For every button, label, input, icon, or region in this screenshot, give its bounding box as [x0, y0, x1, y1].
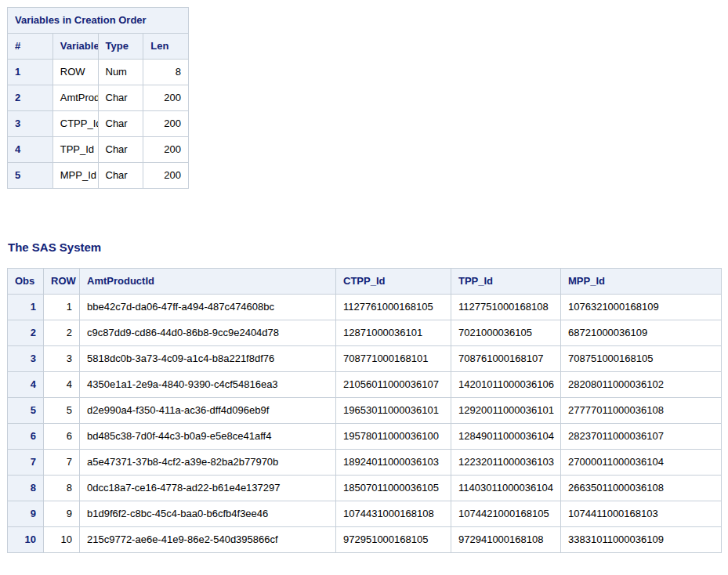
column-header-tpp-id: TPP_Id	[451, 269, 561, 295]
row-cell: 4	[44, 372, 80, 398]
table-row: 1 ROW Num 8	[8, 60, 189, 85]
tpp-id-cell: 7021000036105	[451, 320, 561, 346]
ctpp-id-cell: 972951000168105	[336, 527, 451, 553]
mpp-id-cell: 1074411000168103	[561, 501, 722, 527]
amt-product-id-cell: 0dcc18a7-ce16-4778-ad22-b61e4e137297	[80, 476, 336, 501]
row-cell: 3	[44, 346, 80, 372]
num-cell: 5	[8, 163, 53, 189]
ctpp-id-cell: 1074431000168108	[336, 501, 451, 527]
mpp-id-cell: 708751000168105	[561, 346, 722, 372]
data-table-header-row: Obs ROW AmtProductId CTPP_Id TPP_Id MPP_…	[8, 269, 722, 295]
obs-cell: 2	[8, 320, 44, 346]
tpp-id-cell: 972941000168108	[451, 527, 561, 553]
column-header-len: Len	[143, 34, 189, 60]
variable-cell: ROW	[53, 60, 98, 85]
len-cell: 200	[143, 163, 189, 189]
amt-product-id-cell: 4350e1a1-2e9a-4840-9390-c4cf54816ea3	[80, 372, 336, 398]
column-header-amt-product-id: AmtProductId	[80, 269, 336, 295]
amt-product-id-cell: bd485c38-7d0f-44c3-b0a9-e5e8ce41aff4	[80, 424, 336, 450]
variables-table-title-row: Variables in Creation Order	[8, 8, 189, 34]
tpp-id-cell: 12849011000036104	[451, 424, 561, 450]
table-row: 5 MPP_Id Char 200	[8, 163, 189, 189]
data-table: Obs ROW AmtProductId CTPP_Id TPP_Id MPP_…	[7, 268, 722, 553]
num-cell: 2	[8, 85, 53, 111]
len-cell: 200	[143, 137, 189, 163]
variables-table-header-row: # Variable Type Len	[8, 34, 189, 60]
mpp-id-cell: 28208011000036102	[561, 372, 722, 398]
ctpp-id-cell: 1127761000168105	[336, 295, 451, 320]
tpp-id-cell: 708761000168107	[451, 346, 561, 372]
row-cell: 10	[44, 527, 80, 553]
tpp-id-cell: 12232011000036103	[451, 450, 561, 476]
amt-product-id-cell: bbe42c7d-da06-47ff-a494-487c474608bc	[80, 295, 336, 320]
num-cell: 3	[8, 111, 53, 137]
table-row: 3 CTPP_Id Char 200	[8, 111, 189, 137]
amt-product-id-cell: c9c87dd9-cd86-44d0-86b8-9cc9e2404d78	[80, 320, 336, 346]
table-row: 2 AmtProductId Char 200	[8, 85, 189, 111]
row-cell: 8	[44, 476, 80, 501]
amt-product-id-cell: 5818dc0b-3a73-4c09-a1c4-b8a221f8df76	[80, 346, 336, 372]
table-row: 4 4 4350e1a1-2e9a-4840-9390-c4cf54816ea3…	[8, 372, 722, 398]
ctpp-id-cell: 12871000036101	[336, 320, 451, 346]
type-cell: Char	[98, 111, 143, 137]
column-header-row: ROW	[44, 269, 80, 295]
amt-product-id-cell: d2e990a4-f350-411a-ac36-dff4d096eb9f	[80, 398, 336, 424]
column-header-num: #	[8, 34, 53, 60]
obs-cell: 7	[8, 450, 44, 476]
column-header-obs: Obs	[8, 269, 44, 295]
row-cell: 5	[44, 398, 80, 424]
variable-cell: CTPP_Id	[53, 111, 98, 137]
tpp-id-cell: 14201011000036106	[451, 372, 561, 398]
obs-cell: 8	[8, 476, 44, 501]
variable-cell: TPP_Id	[53, 137, 98, 163]
table-row: 6 6 bd485c38-7d0f-44c3-b0a9-e5e8ce41aff4…	[8, 424, 722, 450]
ctpp-id-cell: 21056011000036107	[336, 372, 451, 398]
table-row: 1 1 bbe42c7d-da06-47ff-a494-487c474608bc…	[8, 295, 722, 320]
table-row: 8 8 0dcc18a7-ce16-4778-ad22-b61e4e137297…	[8, 476, 722, 501]
tpp-id-cell: 11403011000036104	[451, 476, 561, 501]
row-cell: 7	[44, 450, 80, 476]
obs-cell: 9	[8, 501, 44, 527]
type-cell: Num	[98, 60, 143, 85]
obs-cell: 6	[8, 424, 44, 450]
tpp-id-cell: 1074421000168105	[451, 501, 561, 527]
table-row: 10 10 215c9772-ae6e-41e9-86e2-540d395866…	[8, 527, 722, 553]
table-row: 3 3 5818dc0b-3a73-4c09-a1c4-b8a221f8df76…	[8, 346, 722, 372]
table-row: 7 7 a5e47371-37b8-4cf2-a39e-82ba2b77970b…	[8, 450, 722, 476]
mpp-id-cell: 68721000036109	[561, 320, 722, 346]
obs-cell: 3	[8, 346, 44, 372]
len-cell: 200	[143, 111, 189, 137]
row-cell: 6	[44, 424, 80, 450]
variables-table-title: Variables in Creation Order	[8, 8, 189, 34]
obs-cell: 4	[8, 372, 44, 398]
table-row: 9 9 b1d9f6f2-c8bc-45c4-baa0-b6cfb4f3ee46…	[8, 501, 722, 527]
type-cell: Char	[98, 163, 143, 189]
type-cell: Char	[98, 137, 143, 163]
tpp-id-cell: 1127751000168108	[451, 295, 561, 320]
obs-cell: 5	[8, 398, 44, 424]
len-cell: 200	[143, 85, 189, 111]
sas-output-page: Variables in Creation Order # Variable T…	[0, 0, 728, 553]
amt-product-id-cell: 215c9772-ae6e-41e9-86e2-540d395866cf	[80, 527, 336, 553]
variables-table: Variables in Creation Order # Variable T…	[7, 7, 189, 189]
row-cell: 9	[44, 501, 80, 527]
table-row: 5 5 d2e990a4-f350-411a-ac36-dff4d096eb9f…	[8, 398, 722, 424]
ctpp-id-cell: 19578011000036100	[336, 424, 451, 450]
column-header-type: Type	[98, 34, 143, 60]
type-cell: Char	[98, 85, 143, 111]
column-header-mpp-id: MPP_Id	[561, 269, 722, 295]
ctpp-id-cell: 708771000168101	[336, 346, 451, 372]
num-cell: 4	[8, 137, 53, 163]
mpp-id-cell: 27777011000036108	[561, 398, 722, 424]
column-header-variable: Variable	[53, 34, 98, 60]
table-row: 4 TPP_Id Char 200	[8, 137, 189, 163]
ctpp-id-cell: 18924011000036103	[336, 450, 451, 476]
ctpp-id-cell: 19653011000036101	[336, 398, 451, 424]
amt-product-id-cell: a5e47371-37b8-4cf2-a39e-82ba2b77970b	[80, 450, 336, 476]
len-cell: 8	[143, 60, 189, 85]
page-title: The SAS System	[8, 240, 721, 254]
tpp-id-cell: 12920011000036101	[451, 398, 561, 424]
variable-cell: AmtProductId	[53, 85, 98, 111]
mpp-id-cell: 26635011000036108	[561, 476, 722, 501]
ctpp-id-cell: 18507011000036105	[336, 476, 451, 501]
